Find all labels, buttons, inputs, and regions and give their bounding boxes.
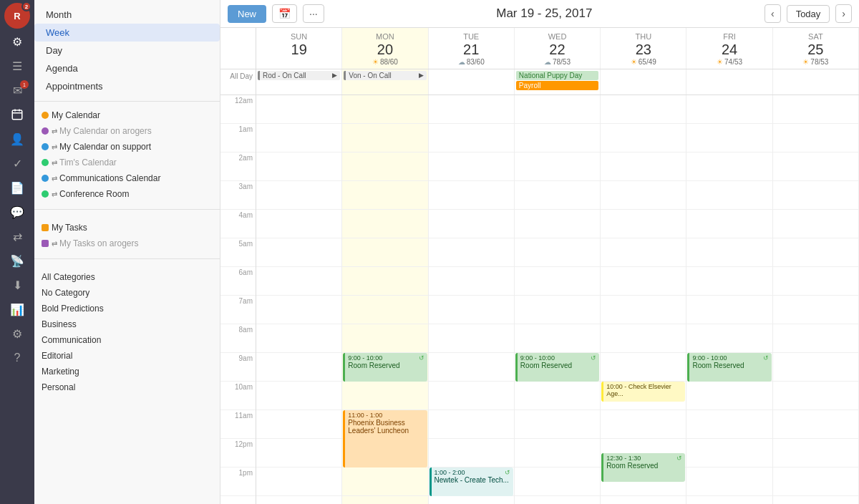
tc: [342, 467, 427, 496]
more-options-button[interactable]: ···: [303, 4, 324, 23]
sidebar-cat-editorial[interactable]: Editorial 👁: [34, 348, 220, 364]
event-room-reserved-fri[interactable]: ↺ 9:00 - 10:00 Room Reserved: [687, 353, 771, 382]
tc: [686, 439, 772, 467]
event-room-reserved-wed[interactable]: ↺ 9:00 - 10:00 Room Reserved: [515, 353, 599, 382]
sidebar-task-mytasks[interactable]: My Tasks 👁: [34, 220, 220, 236]
sidebar-item-appointments[interactable]: Appointments: [34, 77, 220, 95]
allday-event-rod-oncall[interactable]: Rod - On Call ▶: [258, 71, 340, 80]
task-dot: [42, 224, 49, 231]
calendar-icon[interactable]: [4, 103, 30, 126]
tc: [429, 324, 514, 353]
event-newtek[interactable]: ↺ 1:00 - 2:00 Newtek - Create Tech...: [430, 467, 513, 496]
sidebar-calendar-mycal[interactable]: My Calendar 👁: [34, 107, 220, 123]
tc: [429, 439, 514, 467]
event-title: Phoenix Business Leaders' Luncheon: [348, 419, 424, 435]
tc: [429, 296, 514, 324]
sidebar-cat-bold[interactable]: Bold Predictions 👁: [34, 301, 220, 316]
time-slot-7am: 7am: [220, 296, 256, 324]
download-icon[interactable]: ⬇: [4, 273, 30, 296]
sidebar-calendar-comms[interactable]: ⇄ Communications Calendar 👁: [34, 170, 220, 186]
tc: [342, 382, 427, 410]
tasks-section: My Tasks 👁 ⇄ My Tasks on arogers 👁: [34, 214, 220, 254]
tc: [515, 410, 600, 439]
time-slot-4am: 4am: [220, 210, 256, 238]
sun-icon: ☀: [631, 58, 637, 66]
share-icon: ⇄: [52, 175, 57, 183]
allday-event-payroll[interactable]: Payroll: [516, 81, 598, 90]
new-button[interactable]: New: [228, 5, 266, 23]
mail-icon[interactable]: ✉1: [4, 79, 30, 102]
sidebar-cat-business[interactable]: Business 👁: [34, 316, 220, 332]
tasks-icon[interactable]: ✓: [4, 152, 30, 175]
tc: [601, 410, 686, 439]
header-day-mon: Mon 20 ☀ 88/60: [342, 28, 428, 69]
sidebar-item-week[interactable]: Week: [34, 24, 220, 42]
avatar-badge: 2: [21, 1, 31, 11]
sidebar-cat-none[interactable]: No Category 👁: [34, 285, 220, 301]
tc: [773, 410, 858, 439]
category-name: Business: [42, 319, 204, 329]
sidebar-calendar-confroom[interactable]: ⇄ Conference Room 👁: [34, 186, 220, 202]
notes-icon[interactable]: 📄: [4, 176, 30, 199]
calendar-view-button[interactable]: 📅: [272, 4, 297, 23]
task-dot: [42, 240, 49, 247]
day-number: 23: [602, 41, 684, 58]
tc: [601, 267, 686, 296]
sidebar-item-day[interactable]: Day: [34, 42, 220, 59]
time-slot-12am: 12am: [220, 95, 256, 124]
contacts-icon[interactable]: 👤: [4, 127, 30, 150]
settings-icon[interactable]: ⚙: [4, 30, 30, 53]
feed-icon[interactable]: 📡: [4, 249, 30, 272]
allday-event-national-puppy[interactable]: National Puppy Day: [516, 71, 598, 80]
sidebar-cat-all[interactable]: All Categories 👁: [34, 269, 220, 285]
sidebar-item-month[interactable]: Month: [34, 6, 220, 24]
recur-icon: ↺: [505, 469, 510, 476]
sidebar-item-agenda[interactable]: Agenda: [34, 59, 220, 77]
tc: [601, 210, 686, 238]
tc: [601, 353, 686, 382]
chat-icon[interactable]: 💬: [4, 200, 30, 223]
event-time: 9:00 - 10:00: [692, 354, 768, 362]
allday-cell-wed: National Puppy Day Payroll: [515, 69, 601, 94]
time-slot-6am: 6am: [220, 267, 256, 296]
header-day-wed: Wed 22 ☁ 78/53: [515, 28, 601, 69]
tc: [773, 439, 858, 467]
tc: [515, 124, 600, 152]
share-icon[interactable]: ⇄: [4, 225, 30, 248]
admin-icon[interactable]: ⚙: [4, 322, 30, 345]
sidebar-cat-marketing[interactable]: Marketing 👁: [34, 364, 220, 379]
next-button[interactable]: ›: [835, 4, 852, 23]
allday-event-von-oncall[interactable]: Von - On Call ▶: [344, 71, 426, 80]
event-elsevier[interactable]: 10:00 - Check Elsevier Age...: [601, 382, 685, 402]
event-time: 9:00 - 10:00: [348, 354, 424, 362]
day-name: Tue: [430, 32, 513, 41]
event-room-reserved-thu-1230[interactable]: ↺ 12:30 - 1:30 Room Reserved: [601, 453, 685, 482]
sidebar-task-arogers[interactable]: ⇄ My Tasks on arogers 👁: [34, 236, 220, 251]
tc: [342, 152, 427, 181]
help-icon[interactable]: ?: [4, 346, 30, 369]
sidebar-calendar-tim[interactable]: ⇄ Tim's Calendar 👁: [34, 155, 220, 170]
time-slot-5am: 5am: [220, 238, 256, 267]
menu-icon[interactable]: ☰: [4, 54, 30, 77]
avatar[interactable]: R 2: [4, 3, 30, 29]
tc: [429, 210, 514, 238]
day-col-fri: ↺ 9:00 - 10:00 Room Reserved: [686, 95, 772, 504]
sidebar-cat-communication[interactable]: Communication 👁: [34, 332, 220, 348]
sidebar-cat-personal[interactable]: Personal 👁: [34, 379, 220, 395]
prev-button[interactable]: ‹: [765, 4, 781, 23]
share-icon: ⇄: [52, 190, 57, 198]
tc: [256, 124, 341, 152]
event-phoenix-luncheon[interactable]: 11:00 - 1:00 Phoenix Business Leaders' L…: [343, 410, 427, 467]
event-room-reserved-mon[interactable]: ↺ 9:00 - 10:00 Room Reserved: [343, 353, 427, 382]
reports-icon[interactable]: 📊: [4, 298, 30, 321]
sidebar-calendar-support[interactable]: ⇄ My Calendar on support 👁: [34, 139, 220, 155]
svg-rect-0: [12, 110, 22, 120]
tc: [773, 296, 858, 324]
tc: [686, 324, 772, 353]
share-icon: ⇄: [52, 143, 57, 151]
today-button[interactable]: Today: [787, 5, 830, 23]
sidebar-calendar-arogers[interactable]: ⇄ My Calendar on arogers 👁: [34, 123, 220, 139]
time-slot-12pm: 12pm: [220, 439, 256, 467]
tc: [773, 324, 858, 353]
time-slot-10am: 10am: [220, 382, 256, 410]
